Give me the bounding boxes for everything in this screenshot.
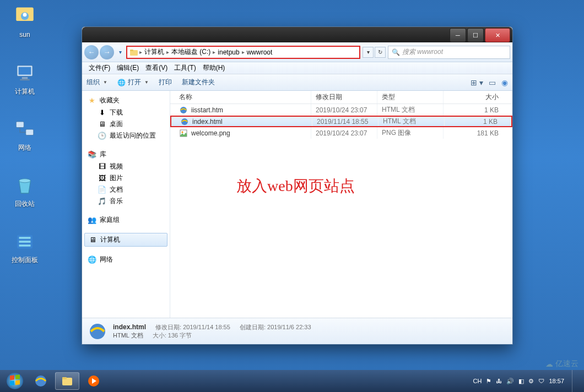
nav-back-button[interactable]: ← (84, 45, 99, 59)
sidebar-music[interactable]: 🎵音乐 (82, 195, 170, 207)
taskbar-ie[interactable] (29, 372, 53, 390)
sidebar-favorites[interactable]: ★收藏夹 (82, 94, 170, 107)
nav-sidebar: ★收藏夹 ⬇下载 🖥桌面 🕒最近访问的位置 📚库 🎞视频 🖼图片 📄文档 🎵音乐… (82, 91, 170, 318)
col-date[interactable]: 修改日期 (311, 91, 377, 104)
file-row[interactable]: index.html 2019/11/14 18:55 HTML 文档 1 KB (170, 116, 512, 127)
ie-icon: 🌐 (117, 79, 126, 86)
search-input[interactable]: 🔍 搜索 wwwroot (388, 46, 510, 59)
toolbar: 组织▼ 🌐打开▼ 打印 新建文件夹 ⊞ ▾ ▭ ◉ (82, 74, 512, 91)
recent-icon: 🕒 (98, 132, 106, 140)
content-area: ★收藏夹 ⬇下载 🖥桌面 🕒最近访问的位置 📚库 🎞视频 🖼图片 📄文档 🎵音乐… (82, 91, 512, 318)
tray-volume-icon[interactable]: 🔊 (506, 378, 514, 385)
desktop-icon-sun[interactable]: sun (6, 6, 44, 39)
sidebar-documents[interactable]: 📄文档 (82, 184, 170, 195)
file-row[interactable]: iisstart.htm 2019/10/24 23:07 HTML 文档 1 … (170, 104, 512, 116)
tray-action-center-icon[interactable]: ⚑ (486, 378, 491, 385)
svg-rect-22 (10, 375, 14, 380)
column-headers: 名称 修改日期 类型 大小 (170, 91, 512, 104)
col-name[interactable]: 名称 (170, 91, 311, 104)
titlebar[interactable]: ─ ☐ ✕ (82, 27, 512, 42)
svg-point-21 (7, 373, 23, 389)
print-button[interactable]: 打印 (159, 78, 172, 87)
sidebar-libraries[interactable]: 📚库 (82, 148, 170, 161)
menu-edit[interactable]: 编辑(E) (113, 63, 142, 73)
close-button[interactable]: ✕ (485, 28, 510, 42)
desktop-icon-recycle[interactable]: 回收站 (6, 174, 44, 209)
refresh-button[interactable]: ↻ (375, 47, 386, 58)
ie-icon (179, 106, 188, 115)
view-options-button[interactable]: ⊞ ▾ (471, 78, 483, 87)
open-button[interactable]: 🌐打开▼ (117, 78, 149, 87)
video-icon: 🎞 (98, 162, 106, 171)
detail-type: HTML 文档 (113, 332, 143, 339)
help-button[interactable]: ◉ (501, 78, 508, 87)
show-desktop-button[interactable] (572, 370, 578, 392)
nav-forward-button[interactable]: → (100, 45, 114, 59)
sidebar-recent[interactable]: 🕒最近访问的位置 (82, 130, 170, 141)
taskbar: CH ⚑ 🖧 🔊 ◧ ⚙ 🛡 18:57 (0, 370, 584, 392)
nav-history-dropdown[interactable]: ▾ (116, 45, 124, 59)
sidebar-videos[interactable]: 🎞视频 (82, 161, 170, 172)
tray-icon[interactable]: ⚙ (528, 378, 534, 385)
preview-pane-button[interactable]: ▭ (489, 78, 496, 87)
breadcrumb-seg[interactable]: 计算机 (142, 47, 166, 57)
network-icon: 🌐 (88, 255, 96, 264)
menu-help[interactable]: 帮助(H) (199, 63, 229, 73)
svg-rect-13 (19, 244, 31, 247)
cloud-icon: ☁ (545, 360, 553, 368)
start-button[interactable] (2, 370, 28, 392)
system-tray: CH ⚑ 🖧 🔊 ◧ ⚙ 🛡 18:57 (473, 370, 582, 392)
tray-clock[interactable]: 18:57 (549, 378, 564, 384)
svg-rect-6 (20, 79, 30, 81)
music-icon: 🎵 (98, 197, 106, 206)
document-icon: 📄 (98, 186, 106, 194)
menu-view[interactable]: 查看(V) (142, 63, 171, 73)
svg-rect-11 (19, 237, 31, 239)
picture-icon: 🖼 (98, 174, 106, 183)
details-pane: index.html 修改日期: 2019/11/14 18:55 创建日期: … (82, 318, 512, 344)
svg-point-2 (23, 13, 27, 17)
col-size[interactable]: 大小 (444, 91, 512, 104)
svg-rect-7 (16, 122, 24, 128)
svg-rect-25 (15, 380, 20, 385)
tray-network-icon[interactable]: 🖧 (496, 378, 502, 384)
taskbar-explorer[interactable] (55, 372, 79, 390)
taskbar-wmp[interactable] (82, 372, 106, 390)
svg-rect-15 (130, 50, 133, 51)
menu-tools[interactable]: 工具(T) (171, 63, 199, 73)
file-list[interactable]: iisstart.htm 2019/10/24 23:07 HTML 文档 1 … (170, 104, 512, 318)
svg-rect-8 (26, 129, 34, 135)
menu-bar: 文件(F) 编辑(E) 查看(V) 工具(T) 帮助(H) (82, 62, 512, 74)
desktop-icon-computer[interactable]: 计算机 (6, 62, 44, 96)
breadcrumb-seg[interactable]: inetpub (215, 48, 241, 56)
desktop-icon-network[interactable]: 网络 (6, 118, 44, 153)
star-icon: ★ (88, 96, 96, 105)
desktop-icon-control-panel[interactable]: 控制面板 (6, 230, 44, 265)
breadcrumb-seg[interactable]: 本地磁盘 (C:) (169, 47, 213, 57)
sidebar-downloads[interactable]: ⬇下载 (82, 107, 170, 118)
minimize-button[interactable]: ─ (450, 28, 466, 42)
breadcrumb-dropdown[interactable]: ▾ (363, 47, 374, 58)
menu-file[interactable]: 文件(F) (85, 63, 113, 73)
tray-lang[interactable]: CH (473, 378, 482, 384)
tray-icon[interactable]: 🛡 (538, 378, 544, 384)
ie-icon (180, 117, 189, 126)
sidebar-homegroup[interactable]: 👥家庭组 (82, 214, 170, 226)
svg-rect-4 (19, 67, 31, 75)
new-folder-button[interactable]: 新建文件夹 (182, 78, 215, 87)
sidebar-pictures[interactable]: 🖼图片 (82, 172, 170, 184)
watermark: ☁ 亿速云 (545, 359, 578, 369)
tray-icon[interactable]: ◧ (518, 378, 524, 385)
sidebar-desktop[interactable]: 🖥桌面 (82, 118, 170, 130)
breadcrumb[interactable]: ▸ 计算机 ▸ 本地磁盘 (C:) ▸ inetpub ▸ wwwroot (126, 46, 360, 59)
organize-button[interactable]: 组织▼ (86, 78, 107, 87)
col-type[interactable]: 类型 (377, 91, 444, 104)
file-row[interactable]: welcome.png 2019/10/24 23:07 PNG 图像 181 … (170, 127, 512, 139)
svg-rect-23 (15, 374, 20, 379)
png-icon (179, 129, 188, 138)
computer-icon: 🖥 (88, 236, 97, 244)
maximize-button[interactable]: ☐ (467, 28, 484, 42)
sidebar-network[interactable]: 🌐网络 (82, 253, 170, 266)
sidebar-computer[interactable]: 🖥计算机 (84, 233, 167, 247)
breadcrumb-seg[interactable]: wwwroot (245, 48, 275, 56)
